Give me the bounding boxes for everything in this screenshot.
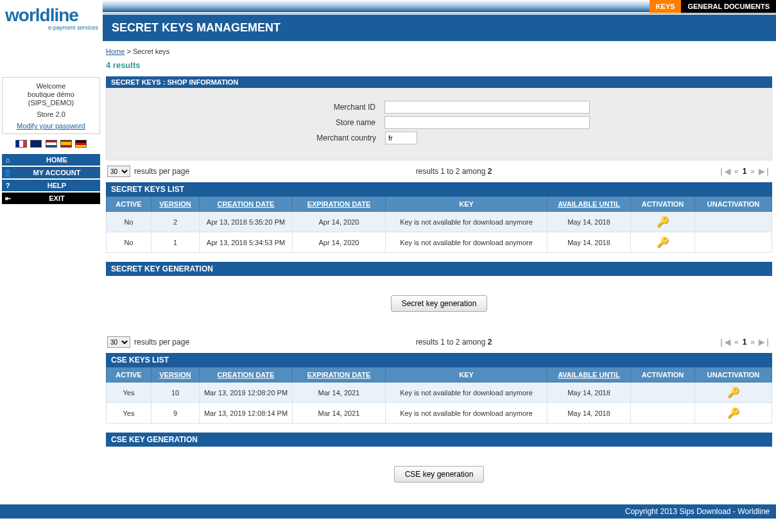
pager-info-total: 2 bbox=[488, 338, 492, 347]
pager-last-icon[interactable]: ▶❘ bbox=[759, 338, 771, 347]
tab-keys[interactable]: KEYS bbox=[650, 0, 682, 13]
secret-keys-list-title: SECRET KEYS LIST bbox=[106, 182, 772, 196]
merchant-country-field[interactable] bbox=[385, 132, 417, 144]
store-name-label: Store name bbox=[288, 118, 384, 127]
pager-prev-icon[interactable]: « bbox=[734, 338, 739, 347]
user-icon: 👤 bbox=[2, 167, 13, 178]
home-icon: ⌂ bbox=[2, 154, 13, 166]
results-count: 4 results bbox=[106, 60, 772, 70]
flag-fr-icon[interactable] bbox=[15, 140, 27, 148]
key-unactivate-icon[interactable]: 🔑 bbox=[727, 407, 740, 419]
pager-last-icon[interactable]: ▶❘ bbox=[759, 167, 771, 176]
cell-key: Key is not available for download anymor… bbox=[386, 403, 548, 424]
cse-key-generation-box: CSE key generation bbox=[106, 447, 772, 502]
merchant-country-label: Merchant country bbox=[289, 133, 385, 142]
pager-first-icon[interactable]: ❘◀ bbox=[718, 167, 730, 176]
cse-keys-table: ACTIVE VERSION CREATION DATE EXPIRATION … bbox=[106, 367, 772, 424]
results-per-page-label: results per page bbox=[134, 167, 189, 176]
col-unactivation: UNACTIVATION bbox=[695, 197, 772, 212]
col-available[interactable]: AVAILABLE UNTIL bbox=[558, 200, 620, 208]
col-expiration[interactable]: EXPIRATION DATE bbox=[307, 371, 371, 379]
tab-general-documents[interactable]: GENERAL DOCUMENTS bbox=[681, 0, 776, 13]
flag-nl-icon[interactable] bbox=[46, 140, 57, 148]
pager-next-icon[interactable]: » bbox=[750, 167, 755, 176]
cell-active: Yes bbox=[107, 403, 151, 424]
col-version[interactable]: VERSION bbox=[159, 200, 191, 208]
cell-available: May 14, 2018 bbox=[548, 403, 631, 424]
table-row: Yes 10 Mar 13, 2019 12:08:20 PM Mar 14, … bbox=[107, 382, 772, 403]
flag-de-icon[interactable] bbox=[75, 140, 87, 148]
pager-current: 1 bbox=[743, 338, 747, 347]
flag-es-icon[interactable] bbox=[60, 140, 72, 148]
pager-cse: 30 results per page results 1 to 2 among… bbox=[106, 331, 772, 353]
pager-info-text: results 1 to 2 among bbox=[416, 167, 488, 176]
sidebar-item-label: HELP bbox=[13, 180, 100, 191]
cell-key: Key is not available for download anymor… bbox=[386, 382, 548, 403]
exit-icon: ⇤ bbox=[2, 193, 13, 204]
col-active: ACTIVE bbox=[107, 368, 151, 382]
secret-key-generation-button[interactable]: Secret key generation bbox=[391, 295, 488, 312]
cell-version: 10 bbox=[151, 382, 200, 403]
col-creation[interactable]: CREATION DATE bbox=[218, 371, 275, 379]
welcome-line1: Welcome bbox=[5, 82, 97, 90]
cell-expiration: Mar 14, 2021 bbox=[293, 382, 386, 403]
welcome-line3: (SIPS_DEMO) bbox=[5, 99, 97, 107]
cell-creation: Mar 13, 2019 12:08:14 PM bbox=[200, 403, 293, 424]
cell-key: Key is not available for download anymor… bbox=[386, 232, 548, 253]
page-title: SECRET KEYS MANAGEMENT bbox=[103, 15, 776, 41]
results-per-page-label: results per page bbox=[134, 338, 189, 347]
breadcrumb-current: Secret keys bbox=[133, 47, 169, 55]
cse-key-generation-button[interactable]: CSE key generation bbox=[394, 466, 485, 483]
secret-key-generation-title: SECRET KEY GENERATION bbox=[106, 262, 772, 276]
modify-password-link[interactable]: Modify your password bbox=[5, 122, 97, 130]
pager-info-total: 2 bbox=[488, 167, 492, 176]
cell-active: No bbox=[107, 232, 151, 253]
cell-available: May 14, 2018 bbox=[548, 232, 631, 253]
page-size-select[interactable]: 30 bbox=[107, 336, 130, 348]
breadcrumb: Home > Secret keys bbox=[106, 47, 776, 55]
cell-expiration: Apr 14, 2020 bbox=[293, 232, 386, 253]
logo-text: worldline bbox=[5, 6, 101, 24]
cell-creation: Apr 13, 2018 5:35:20 PM bbox=[200, 212, 293, 232]
col-expiration[interactable]: EXPIRATION DATE bbox=[307, 200, 371, 208]
key-activate-icon[interactable]: 🔑 bbox=[657, 216, 669, 228]
sidebar-item-home[interactable]: ⌂ HOME bbox=[2, 154, 100, 166]
col-activation: ACTIVATION bbox=[631, 368, 695, 382]
col-creation[interactable]: CREATION DATE bbox=[218, 200, 275, 208]
sidebar-item-help[interactable]: ? HELP bbox=[2, 180, 100, 191]
cell-key: Key is not available for download anymor… bbox=[386, 212, 548, 232]
key-activate-icon[interactable]: 🔑 bbox=[657, 236, 669, 248]
pager-prev-icon[interactable]: « bbox=[734, 167, 739, 176]
page-size-select[interactable]: 30 bbox=[107, 166, 130, 177]
breadcrumb-sep: > bbox=[126, 47, 132, 55]
cell-version: 2 bbox=[151, 212, 200, 232]
footer: Copyright 2013 Sips Download - Worldline bbox=[0, 504, 776, 519]
shop-info-title: SECRET KEYS : SHOP INFORMATION bbox=[106, 76, 772, 88]
cse-key-generation-title: CSE KEY GENERATION bbox=[106, 433, 772, 447]
col-activation: ACTIVATION bbox=[631, 197, 695, 212]
sidebar-item-account[interactable]: 👤 MY ACCOUNT bbox=[2, 167, 100, 178]
col-key: KEY bbox=[386, 368, 548, 382]
col-version[interactable]: VERSION bbox=[159, 371, 191, 379]
sidebar-item-label: MY ACCOUNT bbox=[13, 167, 100, 178]
cell-activation bbox=[631, 403, 695, 424]
cell-version: 1 bbox=[151, 232, 200, 253]
breadcrumb-home[interactable]: Home bbox=[106, 47, 125, 55]
col-available[interactable]: AVAILABLE UNTIL bbox=[558, 371, 620, 379]
sidebar-item-label: EXIT bbox=[13, 193, 100, 204]
pager-next-icon[interactable]: » bbox=[750, 338, 755, 347]
sidebar-item-exit[interactable]: ⇤ EXIT bbox=[2, 193, 100, 204]
flag-uk-icon[interactable] bbox=[30, 140, 42, 148]
logo: worldline e-payment services bbox=[5, 6, 101, 31]
col-key: KEY bbox=[386, 197, 548, 212]
merchant-id-field[interactable] bbox=[384, 101, 590, 114]
merchant-id-label: Merchant ID bbox=[288, 103, 384, 112]
cell-unactivation bbox=[695, 232, 772, 253]
pager-first-icon[interactable]: ❘◀ bbox=[718, 338, 730, 347]
key-unactivate-icon[interactable]: 🔑 bbox=[727, 386, 740, 399]
sidebar-item-label: HOME bbox=[13, 154, 100, 166]
table-row: Yes 9 Mar 13, 2019 12:08:14 PM Mar 14, 2… bbox=[107, 403, 772, 424]
store-name-field[interactable] bbox=[384, 116, 590, 129]
cell-available: May 14, 2018 bbox=[548, 212, 631, 232]
col-active: ACTIVE bbox=[107, 197, 151, 212]
